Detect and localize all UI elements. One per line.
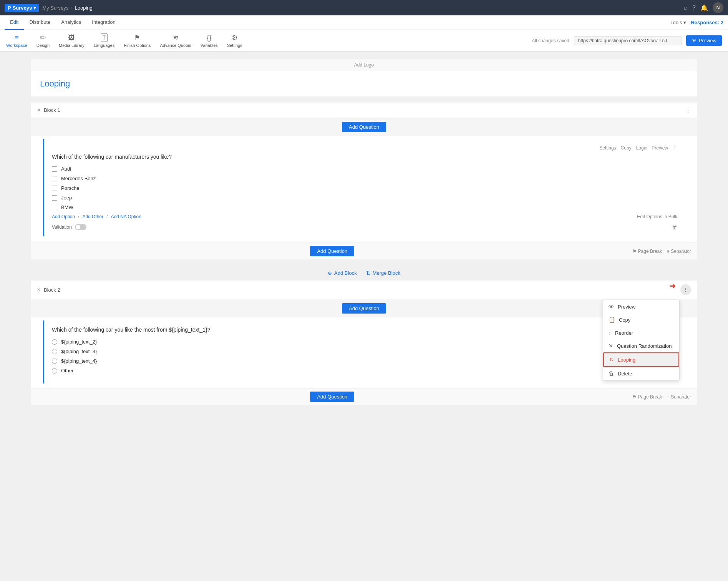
q3-option-3: Other xyxy=(52,368,677,374)
q1-checkbox-0[interactable] xyxy=(52,166,57,172)
context-menu-delete[interactable]: 🗑 Delete xyxy=(603,367,679,380)
q3-radio-1[interactable] xyxy=(52,349,57,354)
nav-integration[interactable]: Integration xyxy=(86,15,121,30)
add-other-link[interactable]: Add Other xyxy=(82,214,103,219)
responses-count: 2 xyxy=(721,20,723,25)
q3-option-0: ${piping_text_2} xyxy=(52,339,677,345)
sep-2: / xyxy=(106,214,108,219)
workspace-label: Workspace xyxy=(6,43,27,48)
page-break-button[interactable]: ⚑ Page Break xyxy=(632,249,662,254)
q1-option-text-1: Mercedes Benz xyxy=(61,176,96,181)
add-block-label: Add Block xyxy=(334,270,357,276)
context-menu-reorder[interactable]: ↕ Reorder xyxy=(603,326,679,339)
preview-button[interactable]: 👁 Preview xyxy=(686,35,722,46)
merge-block-label: Merge Block xyxy=(373,270,400,276)
toolbar-design[interactable]: ✏ Design xyxy=(36,33,50,48)
context-menu-randomization[interactable]: ✕ Question Randomization xyxy=(603,339,679,352)
q1-checkbox-3[interactable] xyxy=(52,195,57,201)
q1-copy-button[interactable]: Copy xyxy=(621,145,632,151)
validation-toggle[interactable] xyxy=(75,224,86,230)
block-1-collapse-icon[interactable]: ✕ xyxy=(37,108,41,113)
q1-checkbox-4[interactable] xyxy=(52,205,57,210)
q1-option-text-3: Jeep xyxy=(61,195,72,201)
q1-checkbox-2[interactable] xyxy=(52,186,57,191)
block-1-menu-icon[interactable]: ⋮ xyxy=(685,106,691,114)
breadcrumb-my-surveys[interactable]: My Surveys xyxy=(42,5,68,11)
toolbar-finish-options[interactable]: ⚑ Finish Options xyxy=(124,33,151,48)
block-2-page-break-label: Page Break xyxy=(638,394,662,400)
q3-radio-2[interactable] xyxy=(52,359,57,364)
media-library-icon: 🖼 xyxy=(68,34,75,42)
toolbar-advance-quotas[interactable]: ≋ Advance Quotas xyxy=(160,33,191,48)
q1-checkbox-1[interactable] xyxy=(52,176,57,181)
q3-option-text-0: ${piping_text_2} xyxy=(61,339,97,345)
edit-bulk-link[interactable]: Edit Options in Bulk xyxy=(637,214,677,219)
separator-button[interactable]: ≡ Separator xyxy=(667,249,691,254)
toolbar-languages[interactable]: T Languages xyxy=(94,33,114,48)
q1-settings-button[interactable]: Settings xyxy=(599,145,616,151)
block-1-bottom-bar: Add Question ⚑ Page Break ≡ Separator xyxy=(31,242,697,259)
block-2-separator-icon: ≡ xyxy=(667,394,669,400)
nav-edit[interactable]: Edit xyxy=(5,15,24,30)
q1-preview-button[interactable]: Preview xyxy=(652,145,668,151)
toolbar-workspace[interactable]: ≡ Workspace xyxy=(6,34,27,48)
q3-radio-0[interactable] xyxy=(52,339,57,345)
finish-options-icon: ⚑ xyxy=(134,33,140,42)
block-2-separator-button[interactable]: ≡ Separator xyxy=(667,394,691,400)
top-bar-right: ⌕ ? 🔔 N xyxy=(684,2,723,13)
languages-label: Languages xyxy=(94,43,114,48)
block-2-separator-label: Separator xyxy=(671,394,691,400)
block-1-add-question-bar: Add Question xyxy=(31,118,697,136)
context-menu-preview[interactable]: 👁 Preview xyxy=(603,300,679,313)
toolbar-settings[interactable]: ⚙ Settings xyxy=(227,33,242,48)
block-2-add-question-button[interactable]: Add Question xyxy=(342,303,386,314)
add-option-link[interactable]: Add Option xyxy=(52,214,75,219)
block-1-add-question-button[interactable]: Add Question xyxy=(342,122,386,132)
block-2-collapse-icon[interactable]: ✕ xyxy=(37,287,41,292)
q3-option-text-2: ${piping_text_4} xyxy=(61,358,97,364)
logo-letter: P xyxy=(8,5,11,11)
toolbar-variables[interactable]: {} Variables xyxy=(201,34,218,48)
block-2-bottom-add-question-button[interactable]: Add Question xyxy=(310,392,354,402)
menu-copy-label: Copy xyxy=(619,317,630,323)
add-na-option-link[interactable]: Add NA Option xyxy=(111,214,141,219)
breadcrumb-current: Looping xyxy=(75,5,93,11)
q3-radio-3[interactable] xyxy=(52,368,57,374)
avatar[interactable]: N xyxy=(713,2,723,13)
caret-icon: ▾ xyxy=(33,5,36,11)
block-1-title: Block 1 xyxy=(44,107,60,113)
preview-eye-icon: 👁 xyxy=(692,38,696,43)
nav-distribute[interactable]: Distribute xyxy=(24,15,56,30)
q3-option-text-1: ${piping_text_3} xyxy=(61,349,97,354)
block-1-bottom-add-question-button[interactable]: Add Question xyxy=(310,246,354,256)
toolbar-media-library[interactable]: 🖼 Media Library xyxy=(59,34,85,48)
delete-question-icon[interactable]: 🗑 xyxy=(672,224,677,230)
help-icon[interactable]: ? xyxy=(692,4,696,11)
context-menu-copy[interactable]: 📋 Copy xyxy=(603,313,679,326)
context-menu-looping[interactable]: ↻ Looping xyxy=(603,352,679,367)
tools-button[interactable]: Tools ▾ xyxy=(670,20,686,25)
app-name: Surveys xyxy=(13,5,32,11)
validation-label: Validation xyxy=(52,224,72,230)
bell-icon[interactable]: 🔔 xyxy=(700,4,708,12)
url-bar[interactable]: https://batra.questionpro.com/t/AOvooZiL… xyxy=(574,36,682,45)
main-content: Add Logo Looping ✕ Block 1 ⋮ Add Questio… xyxy=(0,51,728,581)
q1-logic-button[interactable]: Logic xyxy=(636,145,647,151)
second-nav-right: Tools ▾ Responses: 2 xyxy=(670,20,723,25)
block-2-menu-button[interactable]: ⋮ xyxy=(680,284,691,295)
nav-analytics[interactable]: Analytics xyxy=(56,15,86,30)
preview-label: Preview xyxy=(699,38,716,43)
block-2-page-break-button[interactable]: ⚑ Page Break xyxy=(632,394,662,400)
menu-delete-icon: 🗑 xyxy=(609,370,614,377)
add-logo-button[interactable]: Add Logo xyxy=(31,59,697,71)
merge-block-button[interactable]: ⇅ Merge Block xyxy=(366,270,400,276)
search-icon[interactable]: ⌕ xyxy=(684,4,688,11)
app-logo[interactable]: P Surveys ▾ xyxy=(5,4,39,12)
question-3-container: Which of the following car you like the … xyxy=(43,320,685,383)
add-block-button[interactable]: ⊕ Add Block xyxy=(328,270,357,276)
menu-looping-label: Looping xyxy=(618,357,635,363)
q3-option-text-3: Other xyxy=(61,368,74,374)
q1-more-button[interactable]: ⋮ xyxy=(673,145,677,151)
block-2-page-break-icon: ⚑ xyxy=(632,394,637,400)
menu-copy-icon: 📋 xyxy=(609,317,615,323)
